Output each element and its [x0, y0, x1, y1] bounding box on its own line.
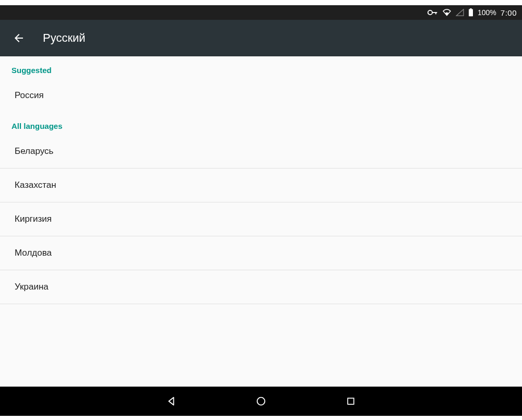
- list-item[interactable]: Казахстан: [0, 169, 522, 202]
- arrow-back-icon: [13, 32, 25, 44]
- list-item[interactable]: Молдова: [0, 236, 522, 270]
- vpn-key-icon: [428, 9, 438, 16]
- list-item[interactable]: Киргизия: [0, 202, 522, 236]
- svg-rect-4: [470, 8, 471, 9]
- screen: 100% 7:00 Русский Suggested Россия All l…: [0, 0, 522, 420]
- battery-percent: 100%: [478, 8, 496, 17]
- battery-icon: [468, 8, 473, 17]
- list-item[interactable]: Беларусь: [0, 135, 522, 168]
- triangle-back-icon: [165, 395, 177, 407]
- status-time: 7:00: [501, 8, 517, 17]
- app-bar-title: Русский: [43, 31, 86, 45]
- status-bar: 100% 7:00: [0, 5, 522, 20]
- section-header-suggested: Suggested: [0, 56, 522, 79]
- cell-signal-icon: [456, 9, 464, 16]
- navigation-bar: [0, 387, 522, 416]
- back-button[interactable]: [10, 30, 27, 46]
- app-bar: Русский: [0, 20, 522, 56]
- svg-rect-6: [348, 398, 354, 404]
- wifi-icon: [442, 9, 452, 16]
- outer-bottom-margin: [0, 416, 522, 420]
- circle-home-icon: [255, 395, 267, 407]
- nav-back-button[interactable]: [163, 393, 180, 410]
- list-item[interactable]: Россия: [0, 79, 522, 112]
- divider: [0, 304, 522, 304]
- square-recent-icon: [346, 396, 356, 406]
- list-item[interactable]: Украина: [0, 270, 522, 304]
- outer-top-margin: [0, 0, 522, 5]
- svg-rect-3: [469, 9, 473, 17]
- svg-point-0: [428, 10, 432, 15]
- svg-rect-2: [435, 12, 436, 14]
- nav-home-button[interactable]: [253, 393, 269, 410]
- svg-point-5: [257, 398, 265, 405]
- status-icons: 100% 7:00: [428, 8, 517, 17]
- content: Suggested Россия All languages Беларусь …: [0, 56, 522, 387]
- section-header-all: All languages: [0, 112, 522, 135]
- nav-recent-button[interactable]: [342, 393, 359, 410]
